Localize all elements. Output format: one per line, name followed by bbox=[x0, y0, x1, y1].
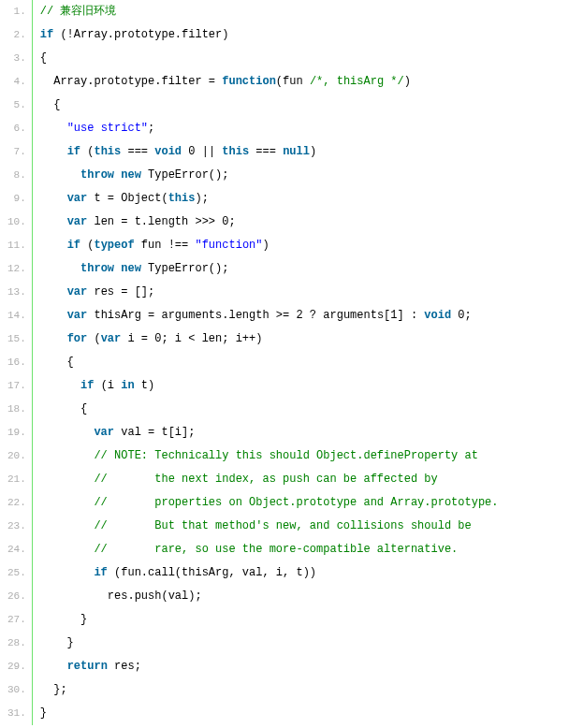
code-line: // NOTE: Technically this should Object.… bbox=[40, 444, 583, 468]
line-number: 15. bbox=[0, 328, 26, 351]
token-pln bbox=[40, 561, 95, 585]
token-pln: res.push(val); bbox=[40, 585, 202, 608]
token-pln: ( bbox=[87, 328, 100, 351]
token-cm: // NOTE: Technically this should Object.… bbox=[94, 444, 477, 468]
code-line: return res; bbox=[40, 655, 583, 678]
token-kw: new bbox=[121, 164, 141, 187]
code-line: // the next index, as push can be affect… bbox=[40, 468, 583, 491]
token-pln: res; bbox=[108, 655, 141, 678]
token-str: "use strict" bbox=[67, 117, 148, 140]
token-kw: in bbox=[121, 374, 134, 398]
code-line: var res = []; bbox=[40, 281, 583, 304]
line-number: 9. bbox=[0, 187, 26, 211]
token-pln: ; bbox=[148, 117, 154, 140]
token-kw: if bbox=[67, 140, 80, 164]
code-block: 1.2.3.4.5.6.7.8.9.10.11.12.13.14.15.16.1… bbox=[0, 0, 583, 725]
code-line: // properties on Object.prototype and Ar… bbox=[40, 491, 583, 515]
token-pln bbox=[40, 491, 95, 515]
code-line: for (var i = 0; i < len; i++) bbox=[40, 328, 583, 351]
token-kw: throw bbox=[80, 257, 114, 281]
token-pln: len = t.length >>> 0; bbox=[87, 211, 235, 234]
line-number: 26. bbox=[0, 585, 26, 608]
token-pln: (fun bbox=[276, 70, 310, 94]
line-number-gutter: 1.2.3.4.5.6.7.8.9.10.11.12.13.14.15.16.1… bbox=[0, 0, 33, 725]
token-pln: t = Object( bbox=[87, 187, 168, 211]
token-pln: }; bbox=[40, 678, 67, 702]
token-kw: var bbox=[67, 304, 88, 328]
token-pln: 0; bbox=[451, 304, 472, 328]
token-pln: (!Array.prototype.filter) bbox=[53, 23, 228, 47]
token-cm: // properties on Object.prototype and Ar… bbox=[94, 491, 498, 515]
code-content: // 兼容旧环境if (!Array.prototype.filter){ Ar… bbox=[33, 0, 583, 725]
code-line: // 兼容旧环境 bbox=[40, 0, 583, 23]
token-pln: === bbox=[249, 140, 283, 164]
token-pln: thisArg = arguments.length >= 2 ? argume… bbox=[87, 304, 424, 328]
code-line: "use strict"; bbox=[40, 117, 583, 140]
code-line: { bbox=[40, 351, 583, 374]
line-number: 7. bbox=[0, 140, 26, 164]
code-line: if (this === void 0 || this === null) bbox=[40, 140, 583, 164]
token-kw: throw bbox=[80, 164, 114, 187]
token-kw: for bbox=[67, 328, 88, 351]
token-pln bbox=[40, 140, 67, 164]
token-pln: fun !== bbox=[135, 234, 196, 257]
token-pln: TypeError(); bbox=[141, 164, 229, 187]
line-number: 13. bbox=[0, 281, 26, 304]
token-kw: return bbox=[67, 655, 108, 678]
token-pln: { bbox=[40, 94, 61, 117]
token-pln: i = 0; i < len; i++) bbox=[121, 328, 262, 351]
token-kw: var bbox=[67, 211, 88, 234]
token-kw: void bbox=[424, 304, 451, 328]
token-cm: // the next index, as push can be affect… bbox=[94, 468, 437, 491]
token-cm: // 兼容旧环境 bbox=[40, 0, 117, 23]
code-line: if (!Array.prototype.filter) bbox=[40, 23, 583, 47]
token-kw: this bbox=[94, 140, 121, 164]
code-line: Array.prototype.filter = function(fun /*… bbox=[40, 70, 583, 94]
token-pln: ( bbox=[80, 234, 94, 257]
token-kw: typeof bbox=[94, 234, 134, 257]
code-line: if (i in t) bbox=[40, 374, 583, 398]
token-kw: var bbox=[67, 187, 88, 211]
token-kw: function bbox=[222, 70, 276, 94]
code-line: }; bbox=[40, 678, 583, 702]
token-pln bbox=[40, 538, 95, 561]
token-pln bbox=[114, 257, 121, 281]
token-pln bbox=[40, 304, 67, 328]
token-pln: val = t[i]; bbox=[114, 421, 195, 444]
token-kw: if bbox=[67, 234, 80, 257]
code-line: { bbox=[40, 94, 583, 117]
line-number: 3. bbox=[0, 47, 26, 70]
line-number: 10. bbox=[0, 211, 26, 234]
token-pln: } bbox=[40, 702, 47, 725]
token-pln bbox=[40, 281, 67, 304]
token-kw: if bbox=[80, 374, 94, 398]
code-line: if (fun.call(thisArg, val, i, t)) bbox=[40, 561, 583, 585]
token-pln: ) bbox=[404, 70, 411, 94]
line-number: 31. bbox=[0, 702, 26, 725]
line-number: 1. bbox=[0, 0, 26, 23]
code-line: res.push(val); bbox=[40, 585, 583, 608]
token-pln: ( bbox=[80, 140, 94, 164]
line-number: 22. bbox=[0, 491, 26, 515]
code-line: { bbox=[40, 398, 583, 421]
token-pln: { bbox=[40, 351, 74, 374]
line-number: 25. bbox=[0, 561, 26, 585]
token-pln bbox=[114, 164, 121, 187]
code-line: var t = Object(this); bbox=[40, 187, 583, 211]
token-kw: if bbox=[94, 561, 107, 585]
token-cm: // But that method's new, and collisions… bbox=[94, 515, 471, 538]
token-pln: TypeError(); bbox=[141, 257, 229, 281]
token-pln: (i bbox=[94, 374, 121, 398]
line-number: 11. bbox=[0, 234, 26, 257]
line-number: 8. bbox=[0, 164, 26, 187]
code-line: throw new TypeError(); bbox=[40, 164, 583, 187]
token-pln bbox=[40, 117, 67, 140]
token-pln bbox=[40, 164, 80, 187]
line-number: 30. bbox=[0, 678, 26, 702]
token-pln bbox=[40, 421, 95, 444]
token-pln bbox=[40, 655, 67, 678]
token-str: "function" bbox=[195, 234, 262, 257]
token-pln: ); bbox=[195, 187, 208, 211]
token-pln bbox=[40, 328, 67, 351]
token-kw: void bbox=[154, 140, 182, 164]
